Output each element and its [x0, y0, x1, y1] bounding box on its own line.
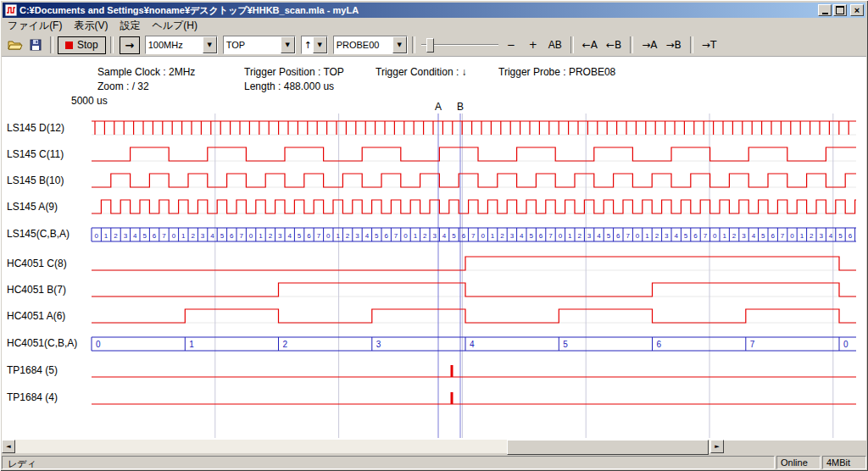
floppy-disk-icon [30, 39, 42, 51]
window-title: C:¥Documents and Settings¥noname¥デスクトップ¥… [19, 4, 818, 17]
marker-a-handle[interactable]: A [432, 101, 444, 113]
goto-marker-b-button[interactable]: ←B [603, 36, 625, 53]
scroll-right-button[interactable]: ► [710, 440, 724, 453]
menu-file[interactable]: ファイル(F) [2, 18, 68, 34]
minimize-icon [822, 13, 828, 14]
signal-label-ls145-a: LS145 A(9) [7, 201, 58, 213]
sample-clock-value: 100MHz [146, 40, 203, 50]
stop-label: Stop [77, 39, 98, 51]
signal-label-tp1684-5: TP1684 (5) [7, 364, 58, 376]
status-message: レディ [2, 456, 775, 469]
trigger-position-value: TOP [224, 40, 281, 50]
app-icon [5, 4, 17, 16]
time-scale-label: 5000 us [71, 95, 108, 107]
horizontal-scrollbar[interactable]: ◄ ► [2, 440, 724, 453]
goto-trigger-button[interactable]: →T [698, 36, 720, 53]
scroll-track[interactable] [15, 440, 710, 453]
chevron-down-icon[interactable]: ▼ [281, 36, 295, 53]
toolbar: Stop → 100MHz ▼ TOP ▼ ↑ ▼ PROBE00 ▼ − + … [2, 34, 866, 56]
zoom-ab-button[interactable]: AB [545, 36, 565, 53]
toolbar-separator [412, 36, 415, 53]
info-sample-clock: Sample Clock : 2MHz [97, 66, 195, 78]
trigger-position-select[interactable]: TOP ▼ [223, 36, 296, 54]
menu-bar: ファイル(F) 表示(V) 設定 ヘルプ(H) [2, 19, 866, 33]
menu-settings[interactable]: 設定 [114, 18, 146, 34]
toolbar-separator [110, 36, 114, 53]
close-button[interactable]: × [850, 4, 864, 16]
save-button[interactable] [25, 36, 46, 54]
maximize-icon [836, 6, 844, 14]
trigger-probe-select[interactable]: PROBE00 ▼ [333, 36, 408, 54]
close-icon: × [854, 6, 860, 15]
signal-label-ls145-bus: LS145(C,B,A) [7, 228, 70, 240]
scroll-left-button[interactable]: ◄ [2, 440, 15, 453]
status-bar: レディ Online 4MBit [2, 454, 866, 469]
menu-view[interactable]: 表示(V) [68, 18, 114, 34]
run-button[interactable]: → [120, 36, 140, 54]
toolbar-separator [690, 36, 693, 53]
info-trigger-probe: Trigger Probe : PROBE08 [498, 66, 615, 78]
goto-marker-a-button[interactable]: ←A [579, 36, 601, 53]
sample-clock-select[interactable]: 100MHz ▼ [145, 36, 218, 54]
toolbar-separator [570, 36, 574, 53]
next-marker-b-button[interactable]: →B [663, 36, 685, 53]
slider-handle[interactable] [426, 38, 434, 53]
signal-label-hc4051-a: HC4051 A(6) [7, 310, 65, 322]
open-file-button[interactable] [5, 36, 25, 54]
chevron-down-icon[interactable]: ▼ [203, 36, 217, 53]
signal-label-ls145-d: LS145 D(12) [7, 122, 64, 134]
maximize-button[interactable] [833, 4, 847, 16]
signal-label-tp1684-4: TP1684 (4) [7, 391, 58, 403]
app-window: C:¥Documents and Settings¥noname¥デスクトップ¥… [0, 0, 868, 471]
marker-b-handle[interactable]: B [454, 101, 466, 113]
status-online-badge: Online [776, 456, 821, 469]
toolbar-separator [50, 36, 53, 53]
signal-label-hc4051-c: HC4051 C(8) [7, 258, 67, 269]
trigger-edge-value: ↑ [302, 40, 313, 51]
info-trigger-position: Trigger Position : TOP [244, 66, 344, 78]
minimize-button[interactable] [818, 4, 832, 16]
stop-button[interactable]: Stop [58, 36, 106, 54]
title-bar[interactable]: C:¥Documents and Settings¥noname¥デスクトップ¥… [3, 3, 865, 18]
signal-label-hc4051-bus: HC4051(C,B,A) [7, 337, 77, 349]
signal-label-ls145-c: LS145 C(11) [7, 148, 64, 160]
status-memory-badge: 4MBit [822, 456, 866, 469]
stop-icon [65, 42, 73, 49]
signal-label-ls145-b: LS145 B(10) [7, 175, 64, 186]
next-marker-a-button[interactable]: →A [638, 36, 660, 53]
chevron-down-icon[interactable]: ▼ [392, 36, 407, 53]
zoom-in-button[interactable]: + [523, 36, 543, 53]
waveform-area[interactable] [2, 56, 866, 441]
menu-help[interactable]: ヘルプ(H) [146, 18, 203, 34]
trigger-edge-select[interactable]: ↑ ▼ [301, 36, 328, 54]
trigger-probe-value: PROBE00 [334, 40, 392, 50]
info-trigger-condition: Trigger Condition : ↓ [376, 66, 467, 78]
zoom-slider[interactable] [420, 36, 500, 54]
info-zoom: Zoom : / 32 [97, 80, 149, 92]
toolbar-separator [630, 36, 633, 53]
zoom-out-button[interactable]: − [501, 36, 521, 53]
scroll-thumb[interactable] [507, 440, 709, 455]
signal-label-hc4051-b: HC4051 B(7) [7, 284, 66, 296]
chevron-down-icon[interactable]: ▼ [313, 36, 327, 53]
info-length: Length : 488.000 us [244, 80, 334, 92]
open-folder-icon [8, 39, 23, 51]
